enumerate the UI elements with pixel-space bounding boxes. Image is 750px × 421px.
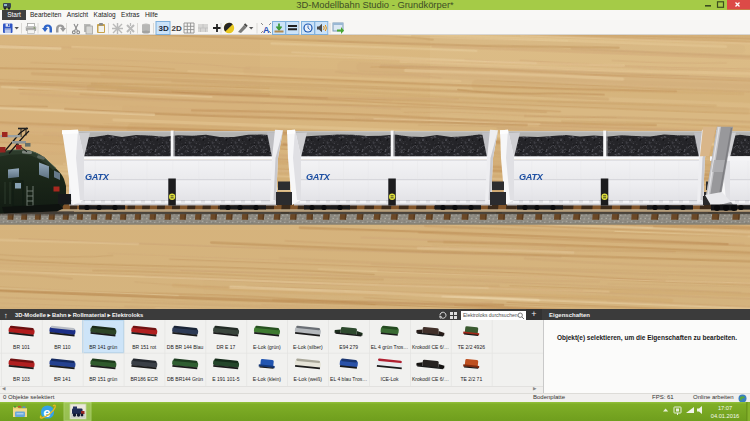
svg-text:17:07: 17:07 — [718, 405, 732, 411]
svg-text:BR 101: BR 101 — [13, 344, 30, 350]
svg-text:E-Lok (klein): E-Lok (klein) — [253, 376, 281, 382]
svg-text:DR E 17: DR E 17 — [216, 344, 235, 350]
svg-text:Krokodil CE 6/…: Krokodil CE 6/… — [412, 376, 449, 382]
svg-text:DB BR144 Grün: DB BR144 Grün — [167, 376, 203, 382]
svg-text:3D: 3D — [159, 24, 169, 33]
svg-text:04.01.2016: 04.01.2016 — [711, 413, 739, 419]
svg-text:BR186 ECR: BR186 ECR — [131, 376, 159, 382]
svg-text:TE 2/2 4926: TE 2/2 4926 — [458, 344, 485, 350]
svg-text:A: A — [263, 24, 270, 34]
svg-text:E 191 101-5: E 191 101-5 — [212, 376, 239, 382]
svg-text:BR 141: BR 141 — [54, 376, 71, 382]
svg-text:BR 151 rot: BR 151 rot — [132, 344, 157, 350]
svg-text:BR 151 grün: BR 151 grün — [89, 376, 117, 382]
svg-text:GATX: GATX — [306, 172, 331, 182]
svg-text:GATX: GATX — [85, 172, 110, 182]
svg-text:BR 141 grün: BR 141 grün — [89, 344, 117, 350]
svg-text:BR 110: BR 110 — [54, 344, 71, 350]
svg-text:E94 279: E94 279 — [339, 344, 358, 350]
svg-text:GATX: GATX — [519, 172, 544, 182]
svg-text:BR 103: BR 103 — [13, 376, 30, 382]
svg-text:2D: 2D — [172, 24, 182, 33]
svg-text:E-Lok (silber): E-Lok (silber) — [293, 344, 323, 350]
svg-text:EL 4 grün Tros…: EL 4 grün Tros… — [371, 344, 409, 350]
svg-text:ICE-Lok: ICE-Lok — [381, 376, 400, 382]
svg-text:Krokodil CE 6/…: Krokodil CE 6/… — [412, 344, 449, 350]
svg-text:DB BR 144 Blau: DB BR 144 Blau — [167, 344, 204, 350]
svg-text:EL 4 blau Tros…: EL 4 blau Tros… — [330, 376, 367, 382]
svg-text:E-Lok (weiß): E-Lok (weiß) — [294, 376, 323, 382]
svg-text:TE 2/2 71: TE 2/2 71 — [461, 376, 483, 382]
svg-text:E-Lok (grün): E-Lok (grün) — [253, 344, 281, 350]
